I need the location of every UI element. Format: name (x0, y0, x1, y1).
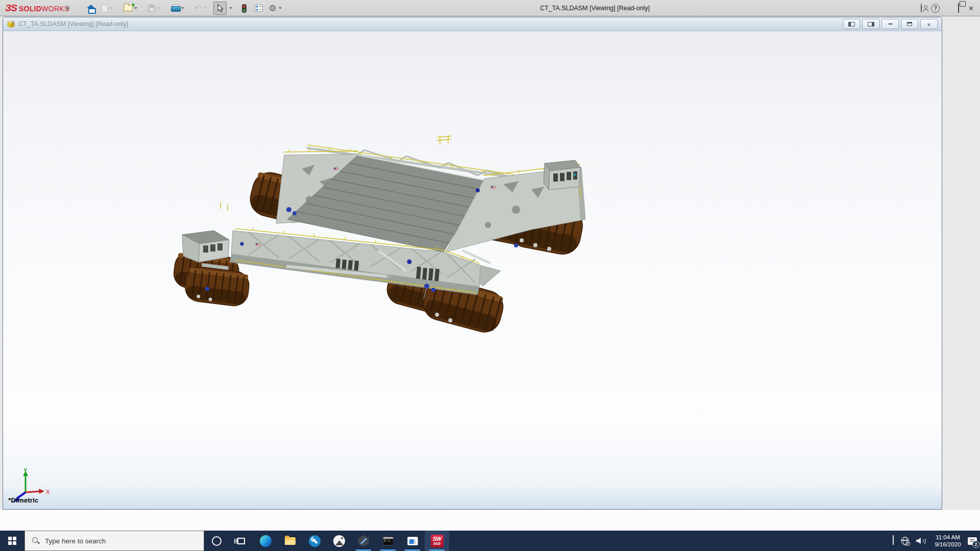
chevron-down-icon (110, 7, 113, 9)
command-prompt-icon: C:\ (383, 537, 394, 545)
assembly-document-icon (7, 20, 15, 28)
chevron-up-icon (893, 535, 894, 545)
settings-dropdown[interactable] (277, 2, 283, 15)
save-icon (148, 5, 155, 12)
chevron-down-icon (279, 7, 282, 9)
select-tool-dropdown[interactable] (228, 2, 234, 15)
taskbar-search[interactable] (24, 531, 204, 551)
doc-restore-icon (907, 22, 912, 26)
close-icon (968, 4, 974, 12)
notification-badge: 2 (972, 541, 979, 548)
taskbar-clock[interactable]: 11:04 AM 9/16/2020 (931, 534, 965, 548)
model-crawler-transporter[interactable] (3, 31, 942, 510)
pane-left-icon (848, 22, 855, 27)
traffic-light-icon (242, 4, 247, 13)
no-internet-icon (905, 541, 910, 546)
options-list-button[interactable] (252, 2, 265, 15)
search-input[interactable] (45, 537, 188, 545)
document-title: CT_TA.SLDASM [Viewing] [Read-only] (18, 20, 128, 28)
doc-restore-button[interactable] (901, 19, 918, 29)
file-explorer-button[interactable] (278, 531, 302, 551)
tray-expand-button[interactable] (893, 536, 894, 545)
network-button[interactable] (901, 537, 909, 545)
clock-date: 9/16/2020 (931, 541, 965, 548)
edge-button[interactable] (253, 531, 278, 551)
account-button[interactable] (921, 4, 922, 13)
doc-minimize-button[interactable] (881, 19, 899, 29)
doc-close-icon (927, 19, 931, 29)
cortana-icon (212, 536, 222, 546)
window-app-icon (407, 537, 418, 545)
task-view-icon (237, 538, 245, 544)
model-right-cab (544, 160, 580, 190)
model-left-cab (182, 231, 229, 262)
new-document-dropdown[interactable] (108, 2, 114, 15)
chevron-down-icon (229, 7, 232, 9)
doc-close-button[interactable] (920, 19, 938, 29)
open-dropdown[interactable] (133, 2, 139, 15)
start-button[interactable] (0, 531, 24, 551)
support-tool-button[interactable] (302, 531, 327, 551)
view-orientation-label: *Dimetric (8, 496, 38, 504)
document-titlebar[interactable]: CT_TA.SLDASM [Viewing] [Read-only] (3, 17, 942, 31)
status-bar (0, 510, 980, 531)
restore-icon (958, 3, 959, 13)
solidworks-taskbar-button[interactable]: SW 2020 (425, 531, 449, 551)
solidworks-logo: ЗS SOLID WORKS (5, 3, 69, 14)
cortana-button[interactable] (204, 531, 229, 551)
taskbar: C:\ SW 2020 11:04 AM 9/16/2020 2 (0, 531, 980, 551)
print-icon (171, 5, 180, 12)
print-dropdown[interactable] (180, 2, 186, 15)
open-folder-icon (123, 5, 133, 11)
clock-time: 11:04 AM (931, 534, 965, 541)
show-left-pane-button[interactable] (843, 19, 860, 29)
show-right-pane-button[interactable] (862, 19, 879, 29)
menu-flyout-arrow-icon[interactable] (67, 6, 70, 11)
document-window: CT_TA.SLDASM [Viewing] [Read-only] (3, 17, 942, 510)
app-titlebar: ЗS SOLID WORKS ↶ ⚙ CT_TA.SLDASM [Viewing… (0, 0, 980, 16)
account-icon (921, 3, 922, 13)
axis-y-label: Y (23, 468, 28, 473)
axis-x-label: X (46, 489, 50, 495)
undo-icon: ↶ (194, 4, 201, 12)
action-center-button[interactable]: 2 (965, 531, 980, 551)
help-button[interactable] (931, 4, 940, 13)
solidworks-logo-mark: ЗS (5, 3, 17, 14)
window-app-button[interactable] (400, 531, 425, 551)
command-prompt-button[interactable]: C:\ (376, 531, 400, 551)
select-tool-button[interactable] (213, 2, 227, 15)
close-button[interactable] (968, 4, 974, 13)
chevron-down-icon (204, 7, 207, 9)
photos-icon (333, 535, 345, 547)
gear-icon: ⚙ (268, 4, 276, 13)
system-tray: 11:04 AM 9/16/2020 2 (893, 531, 980, 551)
app-title: CT_TA.SLDASM [Viewing] [Read-only] (540, 5, 650, 12)
windows-logo-icon (8, 537, 16, 545)
interference-check-button[interactable] (237, 2, 251, 15)
photos-button[interactable] (327, 531, 351, 551)
pane-right-icon (868, 22, 874, 27)
doc-minimize-icon (888, 23, 893, 25)
home-icon (87, 5, 95, 12)
wrench-icon (309, 535, 321, 547)
task-view-button[interactable] (229, 531, 253, 551)
volume-button[interactable] (916, 537, 926, 545)
edge-icon (260, 535, 272, 547)
new-document-icon (102, 5, 108, 12)
chevron-down-icon (181, 7, 184, 9)
hexagon-app-button[interactable] (351, 531, 376, 551)
save-dropdown[interactable] (156, 2, 162, 15)
cursor-arrow-icon (217, 4, 224, 13)
graphics-viewport[interactable]: Y X *Dimetric (3, 31, 942, 509)
undo-dropdown[interactable] (203, 2, 209, 15)
speaker-icon (916, 537, 926, 545)
desktop: { "colors": { "accent_red": "#d5222e", "… (0, 0, 980, 551)
folder-icon (285, 537, 296, 545)
restore-button[interactable] (958, 4, 959, 13)
network-globe-icon (901, 537, 909, 545)
chevron-down-icon (134, 7, 137, 9)
list-form-icon (255, 5, 263, 12)
solidworks-app-icon: SW 2020 (431, 535, 444, 547)
hexagon-app-icon (358, 535, 369, 547)
home-button[interactable] (84, 2, 97, 15)
